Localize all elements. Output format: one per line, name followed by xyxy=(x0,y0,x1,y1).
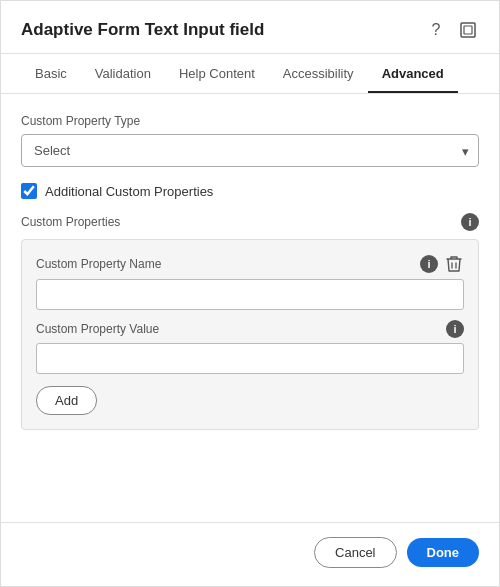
custom-property-type-select[interactable]: Select xyxy=(21,134,479,167)
property-value-icons: i xyxy=(446,320,464,338)
property-name-header: Custom Property Name i xyxy=(36,254,464,274)
custom-properties-section: Custom Properties i Custom Property Name… xyxy=(21,213,479,430)
property-value-label: Custom Property Value xyxy=(36,322,159,336)
add-button-wrapper: Add xyxy=(36,384,464,415)
tab-help-content[interactable]: Help Content xyxy=(165,54,269,93)
custom-properties-header: Custom Properties i xyxy=(21,213,479,231)
custom-properties-box: Custom Property Name i xyxy=(21,239,479,430)
property-name-input[interactable] xyxy=(36,279,464,310)
add-button[interactable]: Add xyxy=(36,386,97,415)
svg-rect-1 xyxy=(464,26,472,34)
property-name-icons: i xyxy=(420,254,464,274)
property-value-input[interactable] xyxy=(36,343,464,374)
fullscreen-icon[interactable] xyxy=(457,19,479,41)
property-value-row: Custom Property Value i xyxy=(36,320,464,374)
tab-validation[interactable]: Validation xyxy=(81,54,165,93)
footer: Cancel Done xyxy=(1,522,499,586)
header: Adaptive Form Text Input field ? xyxy=(1,1,499,54)
property-name-label: Custom Property Name xyxy=(36,257,161,271)
custom-property-type-group: Custom Property Type Select ▾ xyxy=(21,114,479,167)
done-button[interactable]: Done xyxy=(407,538,480,567)
property-value-info-icon[interactable]: i xyxy=(446,320,464,338)
property-name-info-icon[interactable]: i xyxy=(420,255,438,273)
dialog-title: Adaptive Form Text Input field xyxy=(21,20,264,40)
tabs-bar: Basic Validation Help Content Accessibil… xyxy=(1,54,499,94)
custom-property-type-select-wrapper: Select ▾ xyxy=(21,134,479,167)
additional-custom-properties-row: Additional Custom Properties xyxy=(21,183,479,199)
property-value-header: Custom Property Value i xyxy=(36,320,464,338)
custom-properties-info-icon[interactable]: i xyxy=(461,213,479,231)
custom-property-type-label: Custom Property Type xyxy=(21,114,479,128)
additional-custom-properties-label[interactable]: Additional Custom Properties xyxy=(45,184,213,199)
cancel-button[interactable]: Cancel xyxy=(314,537,396,568)
custom-properties-label: Custom Properties xyxy=(21,215,120,229)
svg-rect-0 xyxy=(461,23,475,37)
tab-accessibility[interactable]: Accessibility xyxy=(269,54,368,93)
property-name-delete-icon[interactable] xyxy=(444,254,464,274)
help-icon[interactable]: ? xyxy=(425,19,447,41)
property-name-row: Custom Property Name i xyxy=(36,254,464,310)
dialog: Adaptive Form Text Input field ? Basic V… xyxy=(0,0,500,587)
header-icons: ? xyxy=(425,19,479,41)
content-area: Custom Property Type Select ▾ Additional… xyxy=(1,94,499,522)
tab-basic[interactable]: Basic xyxy=(21,54,81,93)
tab-advanced[interactable]: Advanced xyxy=(368,54,458,93)
additional-custom-properties-checkbox[interactable] xyxy=(21,183,37,199)
